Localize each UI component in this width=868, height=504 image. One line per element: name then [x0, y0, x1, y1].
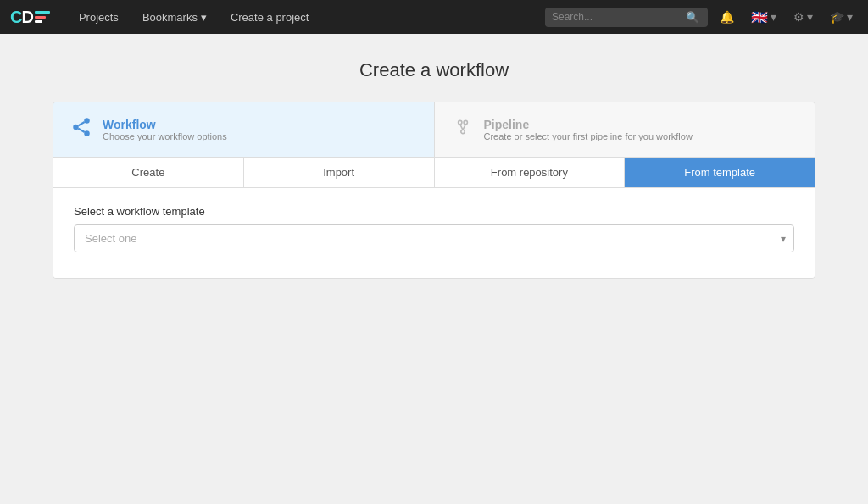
svg-point-1 [73, 125, 79, 130]
main-content: Create a workflow Workflow Choose you [0, 34, 868, 304]
navbar: CD Projects Bookmarks ▾ Create a project… [0, 0, 868, 34]
user-button[interactable]: 🎓 ▾ [825, 7, 858, 27]
flag-icon: 🇬🇧 [751, 9, 768, 25]
brand-logo[interactable]: CD [10, 8, 50, 27]
svg-point-0 [84, 118, 90, 124]
step-pipeline-name: Pipeline [484, 118, 693, 131]
page-title: Create a workflow [359, 59, 509, 81]
svg-point-5 [458, 120, 461, 124]
step-pipeline[interactable]: Pipeline Create or select your first pip… [435, 102, 815, 157]
steps-header: Workflow Choose your workflow options [53, 102, 815, 158]
wizard-container: Workflow Choose your workflow options [53, 102, 815, 279]
chevron-down-icon: ▾ [847, 10, 853, 24]
search-input[interactable] [552, 11, 679, 23]
svg-line-9 [463, 125, 465, 130]
template-select-container: Select one [74, 224, 794, 252]
step-pipeline-desc: Create or select your first pipeline for… [484, 131, 693, 141]
brand-icon [35, 11, 50, 23]
pipeline-icon [452, 116, 474, 143]
nav-create-project[interactable]: Create a project [222, 8, 318, 27]
step-workflow[interactable]: Workflow Choose your workflow options [53, 102, 434, 157]
settings-button[interactable]: ⚙ ▾ [788, 7, 818, 27]
svg-line-4 [78, 122, 84, 125]
search-container: 🔍 [545, 8, 708, 27]
template-select[interactable]: Select one [74, 224, 794, 252]
step-workflow-name: Workflow [103, 118, 227, 131]
template-field-label: Select a workflow template [74, 205, 794, 218]
tab-from-repository[interactable]: From repository [435, 158, 626, 187]
tab-import[interactable]: Import [244, 158, 435, 187]
svg-point-2 [84, 130, 90, 136]
language-button[interactable]: 🇬🇧 ▾ [746, 6, 782, 29]
search-button[interactable]: 🔍 [684, 9, 701, 25]
chevron-down-icon: ▾ [771, 10, 776, 24]
share-icon [70, 116, 92, 143]
svg-line-8 [459, 125, 462, 130]
svg-point-6 [464, 120, 467, 124]
tab-content: Select a workflow template Select one [53, 188, 815, 278]
svg-point-7 [460, 130, 464, 133]
tab-from-template[interactable]: From template [625, 158, 815, 187]
tab-create[interactable]: Create [53, 158, 244, 187]
notifications-button[interactable]: 🔔 [715, 7, 739, 27]
graduation-icon: 🎓 [830, 10, 844, 24]
bell-icon: 🔔 [720, 10, 734, 24]
chevron-down-icon: ▾ [201, 11, 207, 24]
step-workflow-desc: Choose your workflow options [103, 131, 227, 141]
tabs-row: Create Import From repository From templ… [53, 158, 815, 188]
nav-projects[interactable]: Projects [70, 8, 127, 27]
nav-bookmarks[interactable]: Bookmarks ▾ [134, 8, 215, 27]
gear-icon: ⚙ [793, 10, 804, 24]
svg-line-3 [78, 129, 84, 132]
chevron-down-icon: ▾ [807, 10, 813, 24]
